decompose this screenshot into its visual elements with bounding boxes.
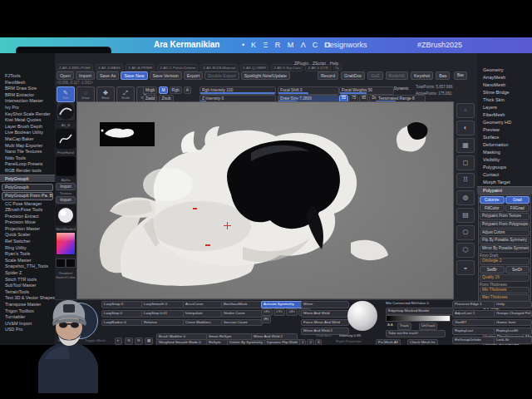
modify-topology-button[interactable]: ReGroupUnhide [452, 337, 495, 344]
plugin-menu-item[interactable]: Ring Utility [0, 245, 55, 252]
file-action-button[interactable]: Export [184, 71, 203, 80]
plugin-menu-item[interactable]: CC Pose Manager [0, 201, 55, 208]
fill-button[interactable]: FillGrad [505, 204, 530, 212]
subpalette-item[interactable]: Geometry [477, 66, 532, 74]
tool-mode-button[interactable]: ⤢ Scale [116, 86, 135, 102]
plugin-menu-item[interactable]: BRM Draw Size [0, 86, 55, 92]
record-action-button[interactable]: Record [318, 71, 338, 80]
polypaint-action-button[interactable]: Polypaint From Polygroups [480, 221, 530, 229]
modify-topology-button[interactable]: XtraMT [452, 319, 495, 327]
config-tab[interactable]: Z-AK-4-SMD-PUSH [57, 64, 93, 71]
plugin-menu-item[interactable]: Nido Tools [0, 155, 55, 162]
setbr-button[interactable]: SetBr [480, 266, 505, 273]
subpalette-item[interactable]: Visibility [477, 156, 532, 164]
right-shelf-icon[interactable]: ⬡ [456, 243, 475, 258]
subpalette-item[interactable]: Masking [477, 149, 532, 156]
texture-import-button[interactable]: Import [56, 196, 76, 204]
subpalette-item[interactable]: Layers [477, 104, 532, 111]
stroke-option-button[interactable]: Curve Modifiers [183, 319, 223, 327]
rotate-right-icon[interactable]: ⟳ [135, 337, 143, 345]
gradient-ramp[interactable] [386, 315, 451, 322]
sculpt-canvas[interactable] [76, 101, 454, 299]
paint-toggle[interactable]: A [184, 86, 191, 94]
main-color-swatch[interactable] [56, 259, 66, 268]
setdr-button[interactable]: SetDr [505, 266, 530, 273]
plugin-menu-item[interactable]: Live Boolean Utility [0, 130, 55, 136]
file-action-button[interactable]: Save As [96, 71, 119, 80]
symmetry-axis-button[interactable]: >Y< [273, 308, 285, 316]
fill-button[interactable]: FillColor [480, 204, 505, 212]
tool-mode-button[interactable]: ◌ Draw [76, 86, 95, 102]
plugin-menu-item[interactable]: BRM Extractor [0, 92, 55, 99]
polypaint-action-button[interactable]: Adjust Colors [480, 229, 530, 237]
file-action-button[interactable]: Spotlight Now/Update [241, 71, 290, 80]
symmetry-axis-button[interactable]: >X< [261, 308, 273, 316]
subpalette-item[interactable]: Surface [477, 134, 532, 141]
secondary-color-swatch[interactable] [66, 259, 76, 268]
config-tab[interactable]: Z-AK-3-MASK [96, 64, 123, 71]
plugin-menu-item[interactable]: ZBrush Pose Tools [0, 207, 55, 214]
right-projection-label[interactable]: Right Projection [334, 339, 363, 345]
polygroupit-section-header[interactable]: PolyGroupIt [0, 175, 55, 183]
subpalette-item[interactable]: Slime Bridge [477, 89, 532, 96]
plugin-menu-item[interactable]: Quick Scaler [0, 232, 55, 239]
track-button[interactable]: Track [397, 323, 411, 330]
plugin-menu-item[interactable]: Spider Z [0, 270, 55, 277]
plugin-menu-item[interactable]: Multi Map Exporter [0, 143, 55, 150]
lazymouse-slider[interactable]: Relative [141, 319, 185, 327]
subpalette-item[interactable]: Polygroups [477, 164, 532, 171]
current-brush-thumbnail[interactable] [56, 101, 76, 121]
subpalette-item[interactable]: Morph Target [477, 179, 532, 186]
record-action-button[interactable]: Bas [436, 71, 450, 80]
stroke-option-button[interactable]: AccuCurve [183, 301, 223, 308]
right-shelf-icon[interactable]: ⬠ [456, 225, 475, 240]
file-action-button[interactable]: Open [57, 71, 74, 80]
subpalette-item[interactable]: Geometry HD [477, 119, 532, 126]
modify-topology-button[interactable]: AdjustLast 1 [452, 310, 495, 318]
lazymouse-slider[interactable]: LazyStep 0.01 [141, 310, 185, 318]
plugin-menu-item[interactable]: Ref Switcher [0, 239, 55, 245]
min-thickness-slider[interactable]: Min Thickness [480, 287, 530, 294]
modify-topology-button[interactable]: Lock-St [494, 337, 532, 344]
plugin-menu-item[interactable]: Nano Tile Textures [0, 149, 55, 155]
rgb-intensity-slider[interactable]: Rgb Intensity 100 [200, 86, 276, 95]
activate-symmetry-button[interactable]: Activate Symmetry [261, 301, 303, 308]
plugin-menu-item[interactable]: Precision Move [0, 219, 55, 226]
mirror-weld-button[interactable]: Mirror And Weld [301, 310, 349, 318]
file-action-button[interactable]: Double Export [204, 71, 239, 80]
right-shelf-icon[interactable]: ⠿ [456, 173, 475, 188]
lazymouse-slider[interactable]: LazySnap 0 [101, 301, 143, 308]
menu-item[interactable]: ZScript [313, 61, 326, 66]
colorize-toggle[interactable]: Colorize [480, 196, 505, 204]
plugin-menu-item[interactable]: Kiwi Metal Quotes [0, 117, 55, 124]
edgeloop-masked-border-button[interactable]: Edgeloop Masked Border [386, 308, 454, 315]
record-action-button[interactable]: Redshift [386, 71, 408, 80]
subpalette-item[interactable]: ArrayMesh [477, 74, 532, 81]
record-action-button[interactable]: GrabDoc [341, 71, 365, 80]
quality-slider[interactable]: Quality 16 [480, 274, 530, 282]
plugin-menu-item[interactable]: RGB Render tools [0, 168, 55, 175]
mirror-weld-button[interactable]: Mirror [301, 301, 349, 308]
right-shelf-icon[interactable]: ◍ [456, 190, 475, 205]
plugin-menu-item[interactable]: Precision Extract [0, 214, 55, 220]
paint-toggle[interactable]: M [159, 86, 167, 94]
subpalette-item[interactable]: Deformation [477, 141, 532, 149]
material-preview-sphere[interactable] [347, 301, 377, 331]
lazymouse-slider[interactable]: LazyStep 0 [101, 310, 143, 318]
focal-shift-slider[interactable]: Focal Shift 0 [278, 86, 339, 95]
right-shelf-icon[interactable]: ▤ [456, 208, 475, 223]
color-picker[interactable] [56, 232, 76, 255]
current-material-thumbnail[interactable] [56, 205, 76, 225]
dynamic-label[interactable]: Dynamic [394, 86, 409, 91]
lazymouse-slider[interactable]: LazyRadius 0 [101, 319, 143, 327]
plugin-menu-item[interactable]: Layer Brush Depth [0, 124, 55, 131]
current-stroke-thumbnail[interactable] [56, 129, 76, 149]
modify-topology-button[interactable]: Preserve Edge 1 [452, 301, 495, 308]
plugin-menu-item[interactable]: Intersection Master [0, 98, 55, 105]
paint-toggle[interactable]: Mrgb [143, 86, 157, 94]
plugin-menu-item[interactable]: Snapshot_TTH_Tools [0, 264, 55, 270]
polygroupit-from-border-button[interactable]: PolyGroupIt From Pa. Border [2, 192, 53, 200]
symmetry-axis-button[interactable]: >Z< [286, 308, 298, 316]
lazymouse-slider[interactable]: LazySmooth 0 [141, 301, 185, 308]
plugin-menu-item[interactable]: PanelLoop Presets [0, 161, 55, 168]
